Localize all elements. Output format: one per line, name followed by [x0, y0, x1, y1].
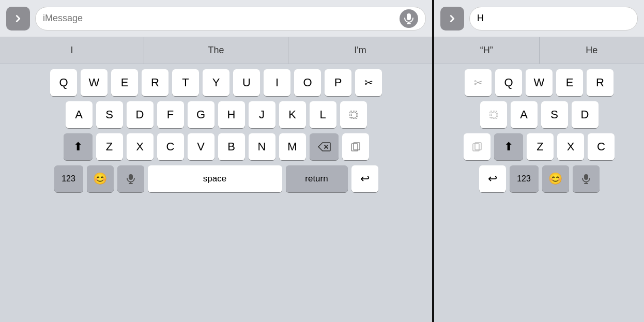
right-suggestion-0[interactable]: “H” [434, 37, 540, 64]
right-key-r[interactable]: R [587, 69, 614, 96]
svg-rect-9 [129, 174, 133, 180]
right-key-x[interactable]: X [557, 133, 584, 160]
left-mic-button[interactable] [400, 9, 418, 28]
right-key-z[interactable]: Z [527, 133, 554, 160]
key-t[interactable]: T [172, 69, 199, 96]
left-suggestion-0[interactable]: I [0, 37, 144, 64]
paste-key[interactable] [342, 133, 369, 160]
key-l[interactable]: L [310, 101, 336, 128]
key-b[interactable]: B [218, 133, 245, 160]
right-keyboard: ✂ Q W E R A S D [434, 64, 644, 322]
right-suggestions-bar: “H” He [434, 37, 644, 64]
key-u[interactable]: U [233, 69, 260, 96]
right-key-s[interactable]: S [541, 101, 568, 128]
key-o[interactable]: O [294, 69, 321, 96]
key-p[interactable]: P [325, 69, 351, 96]
svg-rect-0 [407, 13, 411, 20]
right-scissors-key[interactable]: ✂ [465, 69, 492, 96]
key-e[interactable]: E [111, 69, 138, 96]
right-row-2: A S D [436, 101, 642, 128]
mic-key[interactable] [117, 165, 144, 192]
key-g[interactable]: G [188, 101, 214, 128]
key-v[interactable]: V [188, 133, 214, 160]
numbers-key[interactable]: 123 [54, 165, 83, 192]
right-mic-key[interactable] [573, 165, 600, 192]
shift-key[interactable]: ⬆ [64, 133, 93, 160]
key-r[interactable]: R [142, 69, 168, 96]
scissors-key[interactable]: ✂ [355, 69, 382, 96]
left-suggestion-1[interactable]: The [144, 37, 288, 64]
return-key[interactable]: return [286, 165, 348, 192]
key-k[interactable]: K [279, 101, 306, 128]
key-q[interactable]: Q [50, 69, 77, 96]
right-key-d[interactable]: D [572, 101, 599, 128]
svg-rect-16 [584, 174, 588, 180]
right-key-q[interactable]: Q [495, 69, 522, 96]
emoji-key[interactable]: 😊 [87, 165, 114, 192]
right-key-a[interactable]: A [511, 101, 538, 128]
right-suggestion-1[interactable]: He [540, 37, 645, 64]
left-bottom-row: 123 😊 space return ↩ [2, 165, 430, 192]
right-numbers-key[interactable]: 123 [510, 165, 539, 192]
left-suggestion-2[interactable]: I'm [288, 37, 432, 64]
right-top-bar: H [434, 0, 644, 37]
key-x[interactable]: X [127, 133, 154, 160]
key-f[interactable]: F [157, 101, 184, 128]
left-row-2: A S D F G H J K L [2, 101, 430, 128]
copy-key[interactable] [340, 101, 367, 128]
key-m[interactable]: M [279, 133, 306, 160]
key-i[interactable]: I [264, 69, 290, 96]
right-input-text: H [477, 13, 484, 24]
left-keyboard: Q W E R T Y U I O P ✂ A S D F G H J K L [0, 64, 432, 322]
key-d[interactable]: D [127, 101, 154, 128]
key-w[interactable]: W [81, 69, 108, 96]
right-paste-key[interactable] [464, 133, 490, 160]
left-row-3: ⬆ Z X C V B N M [2, 133, 430, 160]
right-row-3: ⬆ Z X C [436, 133, 642, 160]
right-undo-key[interactable]: ↩ [479, 165, 506, 192]
left-panel: I The I'm Q W E R T Y U I O P ✂ A S D F … [0, 0, 432, 322]
key-c[interactable]: C [157, 133, 184, 160]
space-key[interactable]: space [148, 165, 282, 192]
svg-rect-3 [350, 111, 357, 118]
key-h[interactable]: H [218, 101, 245, 128]
left-row-1: Q W E R T Y U I O P ✂ [2, 69, 430, 96]
key-a[interactable]: A [66, 101, 93, 128]
left-message-input[interactable] [43, 13, 395, 24]
key-s[interactable]: S [96, 101, 123, 128]
key-z[interactable]: Z [96, 133, 123, 160]
left-top-bar [0, 0, 432, 37]
right-chevron-button[interactable] [440, 7, 464, 30]
right-row-1: ✂ Q W E R [436, 69, 642, 96]
right-bottom-row: ↩ 123 😊 [436, 165, 642, 192]
left-message-input-container [35, 7, 426, 30]
right-key-w[interactable]: W [526, 69, 553, 96]
right-copy-key[interactable] [480, 101, 507, 128]
left-suggestions-bar: I The I'm [0, 37, 432, 64]
left-chevron-button[interactable] [6, 7, 30, 30]
right-message-input-container: H [469, 7, 638, 30]
key-n[interactable]: N [249, 133, 275, 160]
svg-rect-12 [490, 111, 497, 118]
right-key-c[interactable]: C [588, 133, 615, 160]
right-key-e[interactable]: E [556, 69, 583, 96]
right-shift-key[interactable]: ⬆ [494, 133, 523, 160]
right-panel: H “H” He ✂ Q W E R A S D [434, 0, 644, 322]
key-j[interactable]: J [249, 101, 275, 128]
key-y[interactable]: Y [203, 69, 229, 96]
right-emoji-key[interactable]: 😊 [542, 165, 569, 192]
undo-key[interactable]: ↩ [351, 165, 378, 192]
backspace-key[interactable] [310, 133, 339, 160]
